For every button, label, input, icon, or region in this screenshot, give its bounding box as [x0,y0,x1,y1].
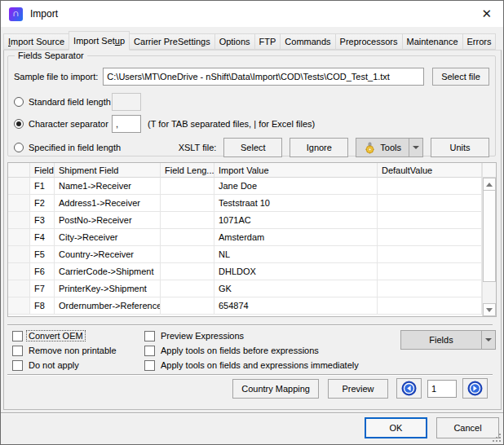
previous-record-button[interactable] [396,378,422,399]
grid-cell[interactable]: Address1->Receiver [55,195,161,212]
country-mapping-button[interactable]: Country Mapping [232,379,319,399]
grid-cell[interactable]: F5 [30,246,55,263]
ok-button[interactable]: OK [365,417,427,438]
grid-cell[interactable] [161,229,214,246]
grid-row[interactable]: F7PrinterKey->ShipmentGK [8,280,482,297]
page-number-input[interactable] [427,380,457,398]
select-file-button[interactable]: Select file [432,68,489,86]
grid-cell[interactable] [378,229,482,246]
tools-button[interactable]: Tools [356,138,423,157]
grid-cell[interactable] [378,195,482,212]
grid-cell[interactable]: NL [214,246,378,263]
grid-cell[interactable] [161,280,214,297]
cancel-button[interactable]: Cancel [436,417,499,438]
resize-grip[interactable] [491,432,502,443]
units-button[interactable]: Units [431,138,489,157]
scrollbar-track[interactable] [483,282,496,303]
checkbox-apply-tools-immediately[interactable]: Apply tools on fields and expressions im… [144,358,360,372]
grid-cell[interactable]: GK [214,280,378,297]
grid-cell[interactable]: PrinterKey->Shipment [55,280,161,297]
grid-cell[interactable]: F6 [30,263,55,280]
tab-maintenance[interactable]: Maintenance [402,33,463,50]
grid-cell[interactable]: 654874 [214,297,378,315]
grid-cell[interactable] [378,297,482,315]
fields-dropdown-arrow[interactable] [481,331,495,349]
grid-cell[interactable]: F1 [30,178,55,195]
sample-file-input[interactable] [103,68,424,86]
grid-cell[interactable] [378,246,482,263]
grid-cell[interactable] [161,212,214,229]
grid-cell[interactable] [161,297,214,315]
tools-dropdown-arrow[interactable] [409,139,422,156]
grid-row[interactable]: F3PostNo->Receiver1071AC [8,212,482,229]
checkbox-preview-expressions[interactable]: Preview Expressions [144,328,360,343]
radio-standard-field-length[interactable]: Standard field length [14,97,112,107]
grid-row-header[interactable] [8,297,30,315]
next-record-button[interactable] [462,378,488,399]
grid-cell[interactable]: F4 [30,229,55,246]
grid-cell[interactable]: DHLDOX [214,263,378,280]
radio-character-separator[interactable]: Character separator [14,119,112,129]
grid-row-header[interactable] [8,280,30,297]
grid-cell[interactable] [161,178,214,195]
grid-cell[interactable]: CarrierCode->Shipment [55,263,161,280]
grid-row[interactable]: F6CarrierCode->ShipmentDHLDOX [8,263,482,280]
scroll-up-button[interactable] [483,178,496,191]
separator-char-input[interactable] [112,115,141,133]
close-icon[interactable]: ✕ [478,7,495,21]
tab-options[interactable]: Options [214,33,255,50]
scroll-down-button[interactable] [483,303,496,316]
grid-cell[interactable]: F3 [30,212,55,229]
grid-row[interactable]: F2Address1->ReceiverTeststraat 10 [8,195,482,212]
checkbox-convert-oem[interactable]: Convert OEM [12,328,144,343]
xslt-select-button[interactable]: Select [223,138,282,157]
grid-row[interactable]: F8Ordernumber->Reference654874 [8,297,482,315]
grid-row-header[interactable] [8,263,30,280]
preview-button[interactable]: Preview [328,379,388,399]
grid-row-header[interactable] [8,246,30,263]
grid-cell[interactable]: Jane Doe [214,178,378,195]
checkbox-apply-tools-before-expressions[interactable]: Apply tools on fields before expressions [144,343,360,358]
scrollbar-thumb[interactable] [483,191,496,282]
vertical-scrollbar[interactable] [482,163,496,316]
grid-cell[interactable] [161,195,214,212]
checkbox-do-not-apply[interactable]: Do not apply [12,358,144,372]
grid-cell[interactable] [378,263,482,280]
grid-row-header[interactable] [8,178,30,195]
grid-column-header[interactable]: Shipment Field [55,163,161,178]
checkbox-remove-non-printable[interactable]: Remove non printable [12,343,144,358]
tab-import-source[interactable]: Import Source [3,33,69,50]
tab-commands[interactable]: Commands [280,33,335,50]
grid-row[interactable]: F5Country->ReceiverNL [8,246,482,263]
grid-cell[interactable]: Ordernumber->Reference [55,297,161,315]
grid-cell[interactable] [161,246,214,263]
fields-button[interactable]: Fields [400,330,496,350]
grid-cell[interactable]: F8 [30,297,55,315]
grid-row[interactable]: F4City->ReceiverAmsterdam [8,229,482,246]
xslt-ignore-button[interactable]: Ignore [290,138,348,157]
grid-cell[interactable]: 1071AC [214,212,378,229]
radio-specified-in-field-length[interactable]: Specified in field length [14,143,121,152]
grid-cell[interactable]: Teststraat 10 [214,195,378,212]
grid-cell[interactable]: Country->Receiver [55,246,161,263]
grid-cell[interactable]: F2 [30,195,55,212]
grid-cell[interactable]: F7 [30,280,55,297]
tab-carrier-presettings[interactable]: Carrier PreSettings [129,33,215,50]
grid-column-header[interactable]: Field [30,163,55,178]
grid-cell[interactable]: Amsterdam [214,229,378,246]
grid-cell[interactable]: City->Receiver [55,229,161,246]
grid-column-header[interactable]: Import Value [214,163,378,178]
grid-cell[interactable] [161,263,214,280]
grid-row-header[interactable] [8,195,30,212]
grid-row-header[interactable] [8,229,30,246]
grid-cell[interactable] [378,212,482,229]
tab-errors[interactable]: Errors [462,33,497,50]
grid-cell[interactable] [378,280,482,297]
grid-row[interactable]: F1Name1->ReceiverJane Doe [8,178,482,195]
tab-ftp[interactable]: FTP [254,33,281,50]
grid-row-header[interactable] [8,212,30,229]
grid-column-header[interactable]: DefaultValue [378,163,482,178]
grid-cell[interactable]: PostNo->Receiver [55,212,161,229]
grid-column-header[interactable]: Field Leng... [161,163,214,178]
grid-cell[interactable]: Name1->Receiver [55,178,161,195]
